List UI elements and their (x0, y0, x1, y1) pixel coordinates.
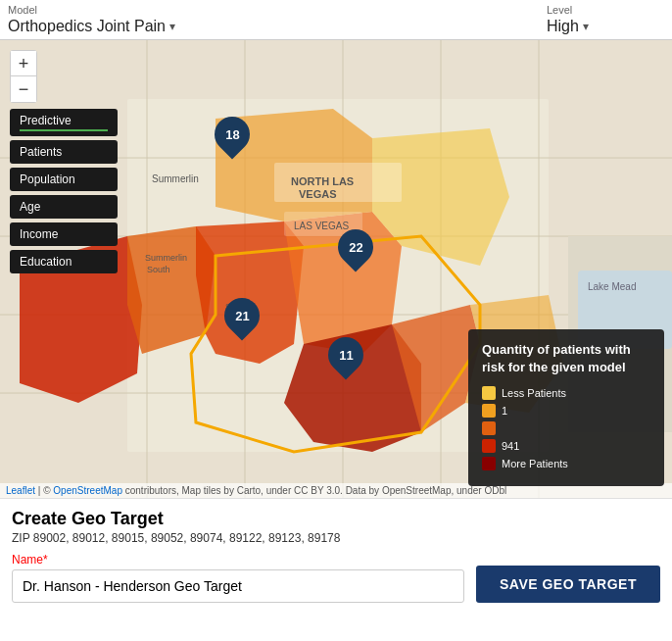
legend-label-1: 1 (502, 405, 507, 417)
level-chevron-icon: ▾ (583, 20, 589, 33)
form-title: Create Geo Target (12, 509, 660, 529)
legend-swatch-mid (482, 421, 496, 435)
osm-link[interactable]: OpenStreetMap (53, 485, 122, 496)
map-container: NORTH LAS VEGAS LAS VEGAS Lake Mead Summ… (0, 40, 672, 498)
bottom-form: Create Geo Target ZIP 89002, 89012, 8901… (0, 498, 672, 613)
attribution-text: contributors, Map tiles by Carto, under … (125, 485, 506, 496)
model-label: Model (8, 4, 531, 16)
legend-item-1: 1 (482, 404, 650, 418)
svg-text:South: South (147, 265, 170, 274)
legend-item-less: Less Patients (482, 386, 650, 400)
model-field: Model Orthopedics Joint Pain ▾ (8, 4, 531, 35)
tooltip-title: Quantity of patients with risk for the g… (482, 341, 650, 376)
layer-patients-button[interactable]: Patients (10, 140, 118, 164)
form-row: Name* SAVE GEO TARGET (12, 553, 660, 603)
name-label: Name* (12, 553, 464, 567)
save-geo-target-button[interactable]: SAVE GEO TARGET (476, 566, 660, 603)
level-label: Level (547, 4, 664, 16)
map-tooltip: Quantity of patients with risk for the g… (468, 329, 664, 486)
svg-text:Lake Mead: Lake Mead (588, 281, 636, 292)
layer-income-button[interactable]: Income (10, 222, 118, 246)
map-zoom-controls: + − (10, 50, 37, 103)
layer-population-button[interactable]: Population (10, 168, 118, 191)
legend-item-more: More Patients (482, 457, 650, 470)
leaflet-link[interactable]: Leaflet (6, 485, 35, 496)
header-bar: Model Orthopedics Joint Pain ▾ Level Hig… (0, 0, 672, 40)
layer-predictive-button[interactable]: Predictive (10, 109, 118, 136)
map-pin-21[interactable]: 21 (224, 298, 260, 341)
legend-swatch-1 (482, 404, 496, 418)
layer-education-button[interactable]: Education (10, 250, 118, 273)
level-select-value: High (547, 18, 579, 35)
svg-text:Summerlin: Summerlin (145, 253, 187, 263)
map-pin-11[interactable]: 11 (328, 337, 363, 380)
name-input[interactable] (12, 569, 464, 603)
legend-label-more: More Patients (502, 458, 568, 469)
required-marker: * (43, 553, 48, 567)
form-zips: ZIP 89002, 89012, 89015, 89052, 89074, 8… (12, 531, 660, 545)
legend-swatch-less (482, 386, 496, 400)
level-field: Level High ▾ (547, 4, 664, 35)
legend-label-941: 941 (502, 440, 519, 452)
map-pin-18[interactable]: 18 (215, 117, 250, 160)
model-select[interactable]: Orthopedics Joint Pain ▾ (8, 18, 531, 35)
legend-item-941: 941 (482, 439, 650, 453)
name-field: Name* (12, 553, 464, 603)
layer-controls: Predictive Patients Population Age Incom… (10, 109, 118, 273)
legend-label-less: Less Patients (502, 387, 566, 399)
svg-text:NORTH LAS: NORTH LAS (291, 175, 354, 187)
legend-item-mid (482, 421, 650, 435)
model-chevron-icon: ▾ (169, 20, 175, 33)
level-select[interactable]: High ▾ (547, 18, 664, 35)
svg-text:VEGAS: VEGAS (299, 188, 337, 200)
legend-swatch-more (482, 457, 496, 470)
map-pin-22[interactable]: 22 (338, 229, 373, 272)
model-select-value: Orthopedics Joint Pain (8, 18, 166, 35)
legend-swatch-941 (482, 439, 496, 453)
layer-age-button[interactable]: Age (10, 195, 118, 219)
zoom-in-button[interactable]: + (11, 51, 36, 76)
zoom-out-button[interactable]: − (11, 76, 36, 102)
svg-text:Summerlin: Summerlin (152, 173, 199, 184)
